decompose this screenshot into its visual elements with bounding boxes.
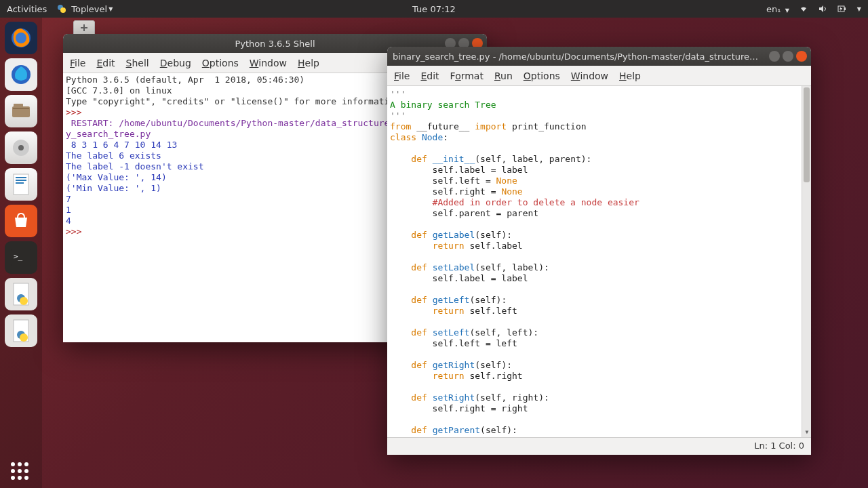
python-file-icon[interactable] [5, 278, 37, 310]
idle-editor-window: binary_search_tree.py - /home/ubuntu/Doc… [387, 47, 811, 455]
svg-rect-15 [16, 182, 24, 184]
menu-shell[interactable]: Shell [126, 58, 149, 68]
rhythmbox-icon[interactable] [5, 131, 37, 164]
close-button[interactable] [796, 51, 807, 62]
svg-rect-3 [844, 7, 846, 10]
svg-rect-9 [13, 108, 29, 109]
menu-file[interactable]: File [70, 58, 85, 68]
menu-run[interactable]: Run [494, 70, 513, 81]
wifi-icon[interactable] [799, 4, 808, 14]
menu-help[interactable]: Help [298, 58, 319, 68]
menu-format[interactable]: Format [450, 70, 484, 81]
menu-edit[interactable]: Edit [96, 58, 115, 68]
svg-point-5 [16, 33, 26, 43]
minimize-button[interactable] [769, 51, 780, 62]
menu-options[interactable]: Options [524, 70, 560, 81]
scrollbar[interactable]: ▲ ▼ [802, 86, 811, 437]
menu-edit[interactable]: Edit [420, 70, 439, 81]
menu-help[interactable]: Help [619, 70, 641, 81]
titlebar[interactable]: binary_search_tree.py - /home/ubuntu/Doc… [387, 47, 811, 66]
chevron-down-icon: ▼ [857, 6, 861, 12]
python-file-icon-2[interactable] [5, 314, 37, 347]
svg-rect-13 [16, 177, 26, 178]
editor-code[interactable]: ''' A binary search Tree ''' from __futu… [387, 86, 811, 437]
launcher-dock: >_ [0, 18, 42, 488]
svg-rect-8 [14, 104, 23, 108]
chevron-down-icon: ▼ [108, 6, 113, 12]
menu-options[interactable]: Options [202, 58, 239, 68]
files-icon[interactable] [5, 95, 37, 127]
battery-icon[interactable] [837, 4, 846, 14]
clock[interactable]: Tue 07:12 [412, 4, 456, 14]
app-menu[interactable]: Toplevel ▼ [56, 3, 113, 14]
menu-debug[interactable]: Debug [160, 58, 191, 68]
cursor-position: Ln: 1 Col: 0 [754, 441, 804, 451]
top-panel: Activities Toplevel ▼ Tue 07:12 en₁ ▼ ▼ [0, 0, 868, 18]
scroll-thumb[interactable] [804, 87, 810, 182]
thunderbird-icon[interactable] [5, 58, 37, 91]
tab-new-button[interactable] [73, 20, 95, 35]
menu-window[interactable]: Window [250, 58, 287, 68]
firefox-icon[interactable] [5, 22, 37, 54]
maximize-button[interactable] [783, 51, 793, 62]
svg-point-1 [60, 7, 66, 13]
svg-point-23 [20, 333, 28, 342]
status-bar: Ln: 1 Col: 0 [387, 437, 811, 453]
software-icon[interactable] [5, 205, 37, 237]
svg-rect-14 [16, 180, 26, 181]
terminal-icon[interactable]: >_ [5, 241, 37, 274]
python-icon [56, 3, 67, 14]
window-title: binary_search_tree.py - /home/ubuntu/Doc… [393, 52, 758, 62]
writer-icon[interactable] [5, 168, 37, 201]
svg-point-11 [18, 145, 24, 150]
svg-text:>_: >_ [14, 252, 23, 261]
menubar: File Edit Format Run Options Window Help [387, 66, 811, 86]
menu-file[interactable]: File [394, 70, 410, 81]
svg-point-20 [20, 297, 28, 305]
menu-window[interactable]: Window [571, 70, 608, 81]
activities-button[interactable]: Activities [7, 4, 47, 14]
lang-indicator[interactable]: en₁ ▼ [766, 4, 789, 14]
window-title: Python 3.6.5 Shell [235, 39, 315, 49]
plus-icon [79, 23, 89, 33]
sound-icon[interactable] [818, 4, 827, 14]
show-apps-button[interactable] [11, 462, 28, 480]
chevron-down-icon: ▼ [785, 7, 789, 14]
scroll-down-icon[interactable]: ▼ [802, 428, 811, 437]
